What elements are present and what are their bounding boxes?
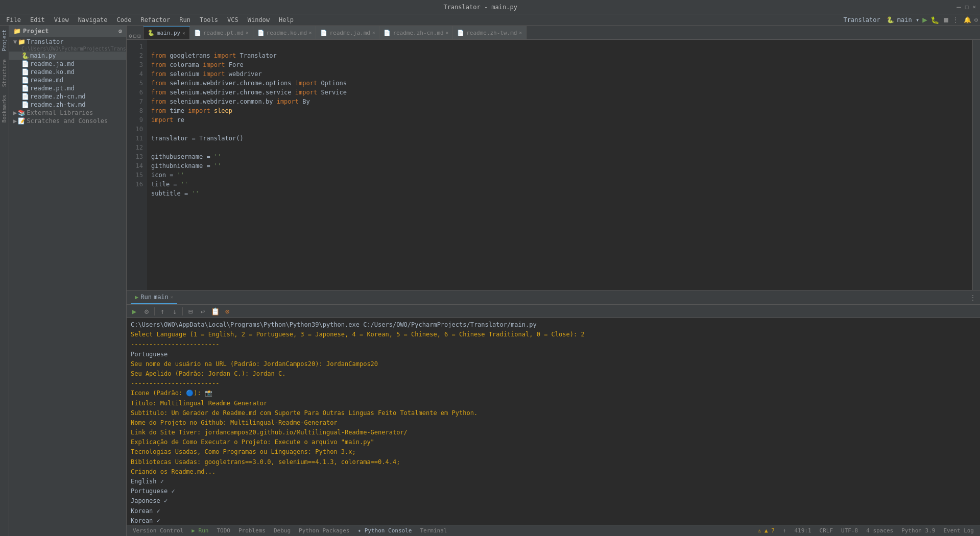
- tab-close-icon[interactable]: ✕: [309, 30, 312, 35]
- tab-readme-ja[interactable]: 📄 readme.ja.md ✕: [316, 26, 379, 39]
- menu-item-navigate[interactable]: Navigate: [74, 15, 112, 25]
- run-copy-button[interactable]: 📋: [209, 306, 221, 317]
- menu-item-refactor[interactable]: Refactor: [136, 15, 174, 25]
- debug-button[interactable]: 🐛: [930, 16, 939, 24]
- tab-main-py[interactable]: 🐍 main.py ✕: [144, 26, 190, 39]
- scratches-and-consoles[interactable]: ▶ 📝 Scratches and Consoles: [9, 117, 126, 125]
- bookmarks-icon[interactable]: Bookmarks: [1, 91, 8, 127]
- stop-button[interactable]: ⏹: [942, 16, 949, 24]
- run-output-line: Titulo: Multilingual Readme Generator: [131, 399, 976, 408]
- run-button[interactable]: ▶: [922, 15, 927, 25]
- tab-readme-zh-tw[interactable]: 📄 readme.zh-tw.md ✕: [453, 26, 527, 39]
- python-console-item[interactable]: ✦ Python Console: [355, 527, 414, 534]
- tab-close-icon[interactable]: ✕: [372, 30, 375, 35]
- run-output-line: Link do Site Tiver: jordancampos20.githu…: [131, 428, 976, 437]
- tab-label: readme.zh-cn.md: [393, 30, 443, 36]
- file-main-py[interactable]: 🐍 main.py: [9, 52, 126, 60]
- menu-item-run[interactable]: Run: [175, 15, 195, 25]
- run-clear-button[interactable]: ⊗: [222, 306, 233, 317]
- split-icon2[interactable]: ⊞: [137, 33, 141, 39]
- run-play-button[interactable]: ▶: [129, 306, 140, 317]
- structure-icon[interactable]: Structure: [1, 55, 8, 91]
- cursor-position: 419:1: [792, 527, 813, 534]
- tab-close-icon[interactable]: ✕: [182, 31, 185, 36]
- external-libraries[interactable]: ▶ 📚 External Libraries: [9, 109, 126, 117]
- version-control-item[interactable]: Version Control: [131, 527, 185, 534]
- run-tab-close[interactable]: ✕: [171, 295, 173, 300]
- file-readme-ja[interactable]: 📄 readme.ja.md: [9, 60, 126, 68]
- python-icon: 🐍: [887, 16, 894, 23]
- run-scroll-top[interactable]: ↑: [157, 306, 168, 317]
- warning-indicator[interactable]: ⚠ ▲ 7: [756, 527, 777, 534]
- notifications-icon[interactable]: 🔔: [964, 16, 971, 23]
- menu-item-view[interactable]: View: [50, 15, 73, 25]
- panel-more-icon[interactable]: ⋮: [970, 294, 976, 301]
- tab-readme-zh-cn[interactable]: 📄 readme.zh-cn.md ✕: [379, 26, 453, 39]
- debug-item[interactable]: Debug: [272, 527, 293, 534]
- project-icon[interactable]: Project: [1, 26, 8, 55]
- problems-item[interactable]: Problems: [236, 527, 268, 534]
- tab-label: readme.zh-tw.md: [466, 30, 517, 36]
- menu-item-code[interactable]: Code: [113, 15, 136, 25]
- run-wrap-button[interactable]: ↩: [197, 306, 208, 317]
- run-filter-button[interactable]: ⊟: [185, 306, 196, 317]
- run-output-line: ------------------------: [131, 339, 976, 349]
- run-tab[interactable]: ▶ Run main ✕: [131, 290, 177, 304]
- tab-close-icon[interactable]: ✕: [246, 30, 248, 35]
- run-settings-button[interactable]: ⚙: [141, 306, 152, 317]
- run-panel-tabs: ▶ Run main ✕ ⋮: [127, 290, 980, 305]
- run-output-line: Bibliotecas Usadas: googletrans==3.0.0, …: [131, 457, 976, 467]
- run-config-name[interactable]: main ▾: [895, 16, 921, 23]
- file-readme-zh-cn[interactable]: 📄 readme.zh-cn.md: [9, 92, 126, 101]
- root-path: C:\Users\OWO\PycharmProjects\Translator: [9, 46, 126, 52]
- encoding[interactable]: UTF-8: [839, 527, 860, 534]
- split-icon[interactable]: ⊟: [133, 33, 137, 39]
- menu-item-help[interactable]: Help: [275, 15, 298, 25]
- python-version[interactable]: Python 3.9: [899, 527, 937, 534]
- run-icon: ▶: [135, 294, 138, 301]
- run-item[interactable]: ▶ Run: [189, 527, 210, 534]
- close-button[interactable]: ✕: [972, 4, 976, 10]
- project-panel: 📁 Project ⚙ ▼ 📁 Translator C:\Users\OWO\…: [9, 26, 127, 536]
- restore-button[interactable]: □: [965, 4, 969, 10]
- tab-close-icon[interactable]: ✕: [446, 30, 448, 35]
- line-numbers: 12345 678910 1112131415 16: [127, 40, 147, 290]
- panel-options-icon[interactable]: ⚙: [118, 28, 122, 35]
- tab-readme-pt[interactable]: 📄 readme.pt.md ✕: [190, 26, 253, 39]
- run-output: C:\Users\OWO\AppData\Local\Programs\Pyth…: [127, 318, 980, 525]
- settings-icon[interactable]: ⚙: [974, 16, 978, 23]
- tab-toolbar-icon[interactable]: ⚙: [129, 33, 132, 39]
- todo-item[interactable]: TODO: [214, 527, 232, 534]
- file-readme-zh-tw[interactable]: 📄 readme.zh-tw.md: [9, 101, 126, 109]
- line-ending[interactable]: CRLF: [818, 527, 835, 534]
- menu-item-window[interactable]: Window: [244, 15, 274, 25]
- event-log[interactable]: Event Log: [941, 527, 976, 534]
- menu-item-vcs[interactable]: VCS: [223, 15, 243, 25]
- md-file-icon: 📄: [21, 101, 29, 108]
- indent-setting[interactable]: 4 spaces: [864, 527, 895, 534]
- run-command-line: C:\Users\OWO\AppData\Local\Programs\Pyth…: [131, 320, 976, 330]
- tab-md-icon: 📄: [257, 30, 265, 36]
- run-toolbar: ▶ ⚙ ↑ ↓ ⊟ ↩ 📋 ⊗: [127, 305, 980, 318]
- panel-header[interactable]: 📁 Project ⚙: [9, 26, 126, 37]
- file-readme-pt[interactable]: 📄 readme.pt.md: [9, 84, 126, 92]
- library-icon: 📚: [18, 109, 26, 116]
- terminal-item[interactable]: Terminal: [418, 527, 449, 534]
- file-readme-ko[interactable]: 📄 readme.ko.md: [9, 68, 126, 76]
- menu-item-tools[interactable]: Tools: [196, 15, 222, 25]
- run-output-line: Portuguese ✓: [131, 486, 976, 496]
- menu-item-file[interactable]: File: [2, 15, 25, 25]
- expand-icon: ▶: [13, 117, 17, 125]
- minimize-button[interactable]: ─: [957, 3, 961, 11]
- file-name: readme.zh-cn.md: [30, 93, 85, 100]
- code-editor[interactable]: 12345 678910 1112131415 16 from googletr…: [127, 40, 980, 290]
- root-folder[interactable]: ▼ 📁 Translator: [9, 38, 126, 46]
- more-options[interactable]: ⋮: [952, 16, 959, 23]
- tab-close-icon[interactable]: ✕: [519, 30, 521, 35]
- python-packages-item[interactable]: Python Packages: [297, 527, 351, 534]
- tab-readme-ko[interactable]: 📄 readme.ko.md ✕: [253, 26, 317, 39]
- code-content[interactable]: from googletrans import Translator from …: [147, 40, 972, 290]
- file-readme[interactable]: 📄 readme.md: [9, 76, 126, 84]
- run-scroll-bottom[interactable]: ↓: [169, 306, 180, 317]
- menu-item-edit[interactable]: Edit: [26, 15, 49, 25]
